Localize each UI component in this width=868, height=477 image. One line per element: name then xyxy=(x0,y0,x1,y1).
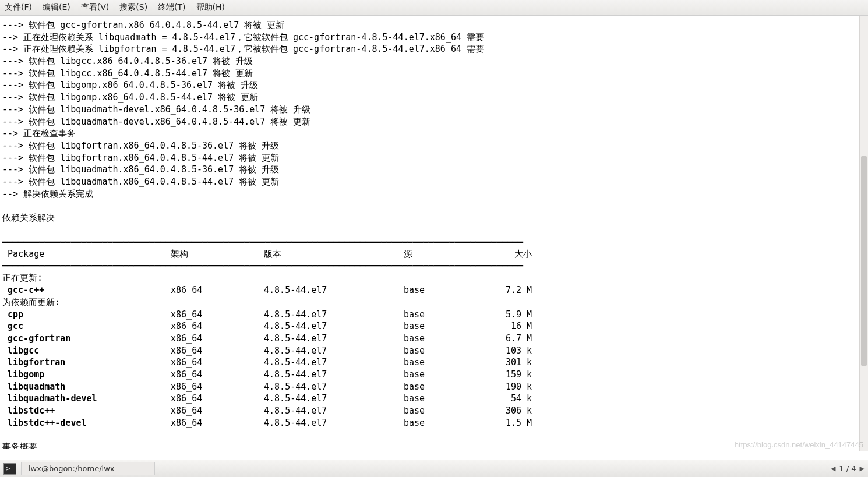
vertical-scrollbar[interactable] xyxy=(859,16,868,451)
workspace-pager[interactable]: ◀ 1 / 4 ▶ xyxy=(831,464,865,473)
pager-next-icon[interactable]: ▶ xyxy=(860,465,865,472)
pager-label: 1 / 4 xyxy=(839,464,856,473)
scrollbar-thumb[interactable] xyxy=(861,156,867,366)
taskbar-window-button[interactable]: lwx@bogon:/home/lwx xyxy=(21,462,155,475)
taskbar: >_ lwx@bogon:/home/lwx ◀ 1 / 4 ▶ xyxy=(0,460,868,477)
terminal-icon[interactable]: >_ xyxy=(3,463,16,475)
menu-terminal[interactable]: 终端(T) xyxy=(158,2,185,13)
menu-view[interactable]: 查看(V) xyxy=(81,2,110,13)
terminal-output[interactable]: ---> 软件包 gcc-gfortran.x86_64.0.4.8.5-44.… xyxy=(0,16,868,449)
menu-edit[interactable]: 编辑(E) xyxy=(43,2,70,13)
menubar: 文件(F) 编辑(E) 查看(V) 搜索(S) 终端(T) 帮助(H) xyxy=(0,0,868,16)
menu-file[interactable]: 文件(F) xyxy=(5,2,32,13)
pager-prev-icon[interactable]: ◀ xyxy=(831,465,835,472)
menu-search[interactable]: 搜索(S) xyxy=(119,2,147,13)
menu-help[interactable]: 帮助(H) xyxy=(196,2,225,13)
